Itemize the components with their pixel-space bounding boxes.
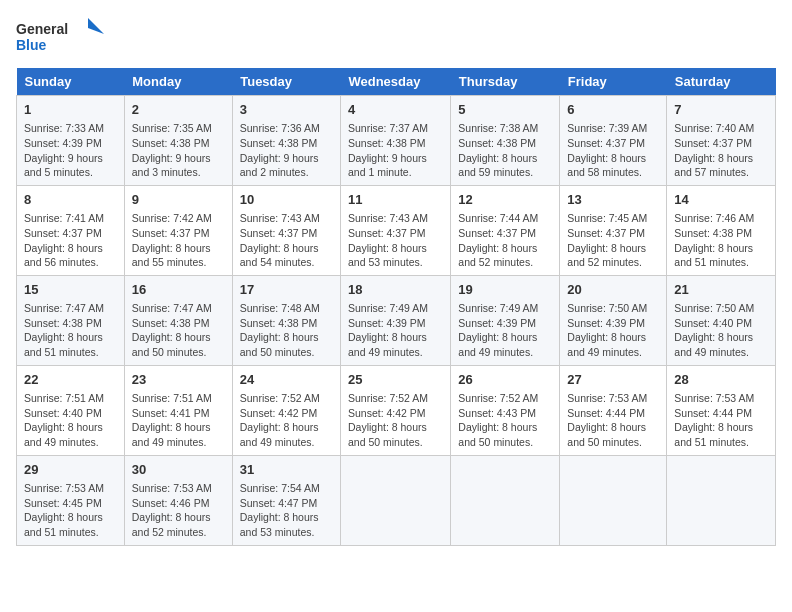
day-cell [560,455,667,545]
header-row: SundayMondayTuesdayWednesdayThursdayFrid… [17,68,776,96]
col-header-monday: Monday [124,68,232,96]
day-cell: 15Sunrise: 7:47 AM Sunset: 4:38 PM Dayli… [17,275,125,365]
day-info: Sunrise: 7:54 AM Sunset: 4:47 PM Dayligh… [240,481,333,540]
day-cell: 16Sunrise: 7:47 AM Sunset: 4:38 PM Dayli… [124,275,232,365]
day-info: Sunrise: 7:52 AM Sunset: 4:42 PM Dayligh… [348,391,443,450]
day-cell: 1Sunrise: 7:33 AM Sunset: 4:39 PM Daylig… [17,96,125,186]
day-number: 31 [240,461,333,479]
day-number: 18 [348,281,443,299]
day-info: Sunrise: 7:42 AM Sunset: 4:37 PM Dayligh… [132,211,225,270]
day-number: 3 [240,101,333,119]
day-info: Sunrise: 7:47 AM Sunset: 4:38 PM Dayligh… [24,301,117,360]
day-number: 2 [132,101,225,119]
day-cell: 28Sunrise: 7:53 AM Sunset: 4:44 PM Dayli… [667,365,776,455]
day-number: 29 [24,461,117,479]
day-number: 19 [458,281,552,299]
day-number: 5 [458,101,552,119]
day-info: Sunrise: 7:53 AM Sunset: 4:44 PM Dayligh… [674,391,768,450]
day-cell: 26Sunrise: 7:52 AM Sunset: 4:43 PM Dayli… [451,365,560,455]
day-info: Sunrise: 7:49 AM Sunset: 4:39 PM Dayligh… [348,301,443,360]
day-cell: 21Sunrise: 7:50 AM Sunset: 4:40 PM Dayli… [667,275,776,365]
day-info: Sunrise: 7:36 AM Sunset: 4:38 PM Dayligh… [240,121,333,180]
day-info: Sunrise: 7:53 AM Sunset: 4:46 PM Dayligh… [132,481,225,540]
calendar-table: SundayMondayTuesdayWednesdayThursdayFrid… [16,68,776,546]
week-row-5: 29Sunrise: 7:53 AM Sunset: 4:45 PM Dayli… [17,455,776,545]
day-info: Sunrise: 7:37 AM Sunset: 4:38 PM Dayligh… [348,121,443,180]
day-cell: 11Sunrise: 7:43 AM Sunset: 4:37 PM Dayli… [340,185,450,275]
logo: GeneralBlue [16,16,106,56]
day-number: 4 [348,101,443,119]
day-cell: 6Sunrise: 7:39 AM Sunset: 4:37 PM Daylig… [560,96,667,186]
day-cell: 22Sunrise: 7:51 AM Sunset: 4:40 PM Dayli… [17,365,125,455]
header: GeneralBlue [16,16,776,56]
day-cell: 25Sunrise: 7:52 AM Sunset: 4:42 PM Dayli… [340,365,450,455]
day-info: Sunrise: 7:41 AM Sunset: 4:37 PM Dayligh… [24,211,117,270]
day-number: 15 [24,281,117,299]
day-number: 6 [567,101,659,119]
svg-marker-2 [88,18,104,34]
day-number: 11 [348,191,443,209]
day-cell: 17Sunrise: 7:48 AM Sunset: 4:38 PM Dayli… [232,275,340,365]
day-info: Sunrise: 7:53 AM Sunset: 4:45 PM Dayligh… [24,481,117,540]
day-info: Sunrise: 7:39 AM Sunset: 4:37 PM Dayligh… [567,121,659,180]
day-number: 7 [674,101,768,119]
day-number: 28 [674,371,768,389]
day-number: 26 [458,371,552,389]
day-info: Sunrise: 7:43 AM Sunset: 4:37 PM Dayligh… [240,211,333,270]
day-number: 20 [567,281,659,299]
day-info: Sunrise: 7:35 AM Sunset: 4:38 PM Dayligh… [132,121,225,180]
day-cell: 9Sunrise: 7:42 AM Sunset: 4:37 PM Daylig… [124,185,232,275]
day-number: 30 [132,461,225,479]
day-number: 13 [567,191,659,209]
day-cell: 8Sunrise: 7:41 AM Sunset: 4:37 PM Daylig… [17,185,125,275]
day-number: 12 [458,191,552,209]
day-number: 17 [240,281,333,299]
day-info: Sunrise: 7:49 AM Sunset: 4:39 PM Dayligh… [458,301,552,360]
day-info: Sunrise: 7:38 AM Sunset: 4:38 PM Dayligh… [458,121,552,180]
day-cell: 2Sunrise: 7:35 AM Sunset: 4:38 PM Daylig… [124,96,232,186]
day-cell: 14Sunrise: 7:46 AM Sunset: 4:38 PM Dayli… [667,185,776,275]
day-cell: 5Sunrise: 7:38 AM Sunset: 4:38 PM Daylig… [451,96,560,186]
day-info: Sunrise: 7:40 AM Sunset: 4:37 PM Dayligh… [674,121,768,180]
day-cell: 31Sunrise: 7:54 AM Sunset: 4:47 PM Dayli… [232,455,340,545]
day-info: Sunrise: 7:44 AM Sunset: 4:37 PM Dayligh… [458,211,552,270]
day-cell: 10Sunrise: 7:43 AM Sunset: 4:37 PM Dayli… [232,185,340,275]
col-header-saturday: Saturday [667,68,776,96]
day-cell: 3Sunrise: 7:36 AM Sunset: 4:38 PM Daylig… [232,96,340,186]
day-info: Sunrise: 7:53 AM Sunset: 4:44 PM Dayligh… [567,391,659,450]
day-cell: 13Sunrise: 7:45 AM Sunset: 4:37 PM Dayli… [560,185,667,275]
day-info: Sunrise: 7:52 AM Sunset: 4:43 PM Dayligh… [458,391,552,450]
day-cell: 19Sunrise: 7:49 AM Sunset: 4:39 PM Dayli… [451,275,560,365]
col-header-friday: Friday [560,68,667,96]
day-cell: 7Sunrise: 7:40 AM Sunset: 4:37 PM Daylig… [667,96,776,186]
day-cell: 24Sunrise: 7:52 AM Sunset: 4:42 PM Dayli… [232,365,340,455]
day-number: 1 [24,101,117,119]
day-info: Sunrise: 7:43 AM Sunset: 4:37 PM Dayligh… [348,211,443,270]
day-number: 23 [132,371,225,389]
day-cell: 30Sunrise: 7:53 AM Sunset: 4:46 PM Dayli… [124,455,232,545]
day-number: 14 [674,191,768,209]
day-info: Sunrise: 7:48 AM Sunset: 4:38 PM Dayligh… [240,301,333,360]
day-cell: 29Sunrise: 7:53 AM Sunset: 4:45 PM Dayli… [17,455,125,545]
day-cell: 4Sunrise: 7:37 AM Sunset: 4:38 PM Daylig… [340,96,450,186]
day-cell: 27Sunrise: 7:53 AM Sunset: 4:44 PM Dayli… [560,365,667,455]
day-number: 8 [24,191,117,209]
week-row-1: 1Sunrise: 7:33 AM Sunset: 4:39 PM Daylig… [17,96,776,186]
day-number: 9 [132,191,225,209]
day-info: Sunrise: 7:50 AM Sunset: 4:39 PM Dayligh… [567,301,659,360]
day-info: Sunrise: 7:33 AM Sunset: 4:39 PM Dayligh… [24,121,117,180]
day-info: Sunrise: 7:51 AM Sunset: 4:40 PM Dayligh… [24,391,117,450]
svg-text:General: General [16,21,68,37]
day-number: 16 [132,281,225,299]
svg-text:Blue: Blue [16,37,47,53]
col-header-tuesday: Tuesday [232,68,340,96]
day-cell: 23Sunrise: 7:51 AM Sunset: 4:41 PM Dayli… [124,365,232,455]
day-number: 21 [674,281,768,299]
day-cell: 20Sunrise: 7:50 AM Sunset: 4:39 PM Dayli… [560,275,667,365]
day-cell: 18Sunrise: 7:49 AM Sunset: 4:39 PM Dayli… [340,275,450,365]
week-row-2: 8Sunrise: 7:41 AM Sunset: 4:37 PM Daylig… [17,185,776,275]
day-number: 24 [240,371,333,389]
day-info: Sunrise: 7:47 AM Sunset: 4:38 PM Dayligh… [132,301,225,360]
day-info: Sunrise: 7:45 AM Sunset: 4:37 PM Dayligh… [567,211,659,270]
day-info: Sunrise: 7:52 AM Sunset: 4:42 PM Dayligh… [240,391,333,450]
